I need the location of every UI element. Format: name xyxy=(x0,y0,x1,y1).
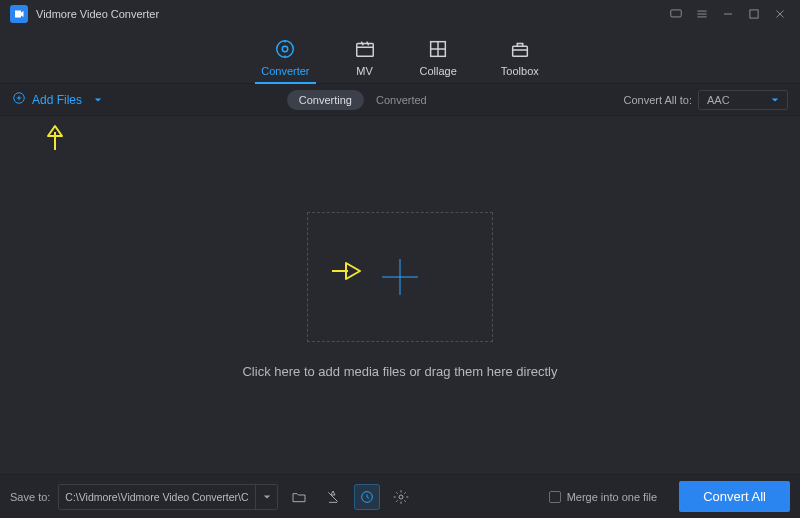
svg-rect-0 xyxy=(671,10,682,17)
save-path-dropdown[interactable] xyxy=(255,485,277,509)
save-path-box xyxy=(58,484,278,510)
dropzone[interactable] xyxy=(307,212,493,342)
format-select[interactable]: AAC xyxy=(698,90,788,110)
bottom-bar: Save to: Merge into one file Convert All xyxy=(0,474,800,518)
tab-toolbox[interactable]: Toolbox xyxy=(501,37,539,83)
settings-button[interactable] xyxy=(388,484,414,510)
mv-icon xyxy=(354,37,376,61)
tab-label: Converter xyxy=(261,65,309,77)
svg-point-9 xyxy=(399,495,403,499)
plus-icon xyxy=(382,259,418,295)
svg-rect-1 xyxy=(750,10,758,18)
status-segment: Converting Converted xyxy=(287,90,439,110)
feedback-icon[interactable] xyxy=(666,4,686,24)
caret-down-icon xyxy=(771,94,779,106)
open-folder-button[interactable] xyxy=(286,484,312,510)
toolbox-icon xyxy=(509,37,531,61)
maximize-icon[interactable] xyxy=(744,4,764,24)
merge-checkbox[interactable]: Merge into one file xyxy=(549,491,658,503)
menu-icon[interactable] xyxy=(692,4,712,24)
plus-circle-icon xyxy=(12,91,26,108)
annotation-arrow-up xyxy=(44,122,66,155)
sub-toolbar: Add Files Converting Converted Convert A… xyxy=(0,84,800,116)
tab-label: MV xyxy=(356,65,373,77)
convert-all-button[interactable]: Convert All xyxy=(679,481,790,512)
convert-all-to: Convert All to: AAC xyxy=(624,90,788,110)
tab-mv[interactable]: MV xyxy=(354,37,376,83)
svg-point-2 xyxy=(277,41,294,58)
minimize-icon[interactable] xyxy=(718,4,738,24)
add-files-button[interactable]: Add Files xyxy=(12,91,102,108)
convert-all-to-label: Convert All to: xyxy=(624,94,692,106)
tab-converter[interactable]: Converter xyxy=(261,37,309,83)
tab-label: Toolbox xyxy=(501,65,539,77)
gpu-off-button[interactable] xyxy=(320,484,346,510)
format-selected: AAC xyxy=(707,94,730,106)
main-tabs: Converter MV Collage Toolbox xyxy=(0,28,800,84)
tab-collage[interactable]: Collage xyxy=(420,37,457,83)
titlebar: Vidmore Video Converter xyxy=(0,0,800,28)
svg-rect-6 xyxy=(512,46,527,56)
save-to-label: Save to: xyxy=(10,491,50,503)
save-path-input[interactable] xyxy=(59,486,255,508)
app-logo xyxy=(10,5,28,23)
checkbox-icon xyxy=(549,491,561,503)
segment-converted[interactable]: Converted xyxy=(364,90,439,110)
high-speed-button[interactable] xyxy=(354,484,380,510)
dropzone-hint: Click here to add media files or drag th… xyxy=(242,364,557,379)
tab-label: Collage xyxy=(420,65,457,77)
collage-icon xyxy=(427,37,449,61)
svg-point-3 xyxy=(283,46,289,52)
add-files-label: Add Files xyxy=(32,93,82,107)
converter-icon xyxy=(274,37,296,61)
main-area: Click here to add media files or drag th… xyxy=(0,116,800,474)
merge-label: Merge into one file xyxy=(567,491,658,503)
close-icon[interactable] xyxy=(770,4,790,24)
svg-rect-4 xyxy=(356,44,373,57)
segment-converting[interactable]: Converting xyxy=(287,90,364,110)
caret-down-icon xyxy=(94,93,102,107)
app-title: Vidmore Video Converter xyxy=(36,8,159,20)
